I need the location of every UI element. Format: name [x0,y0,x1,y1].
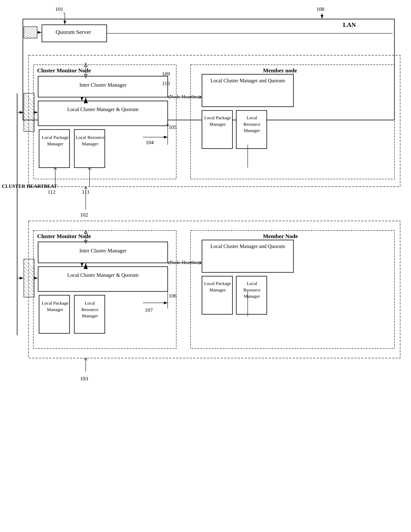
svg-rect-7 [24,27,37,38]
svg-line-45 [24,109,34,119]
svg-line-74 [24,270,34,281]
svg-line-11 [32,27,37,31]
local-resource-manager-2b-label: Local Resource Manager [238,280,266,300]
local-package-manager-2b-label: Local Package Manager [203,280,232,293]
inter-cluster-manager-2-label: Inter Cluster Manager [40,247,166,254]
diagram: 101 ↑ 108 Quorum Server LAN CLUSTER HEAR… [0,0,411,532]
member-node-2-label: Member Node [263,232,298,240]
svg-marker-29 [84,74,87,78]
svg-line-48 [24,120,34,131]
quorum-server-label: Quorum Server [44,28,103,36]
svg-line-43 [24,101,34,111]
local-resource-manager-1a-label: Local Resource Manager [76,134,105,147]
svg-line-46 [24,112,34,123]
svg-line-49 [24,124,31,132]
node-heartbeat-2-label: Node Heartbeat [170,259,201,266]
ref-101: 101 [55,6,63,13]
local-resource-manager-2a-label: Local Resource Manager [76,300,104,319]
svg-marker-64 [84,240,87,243]
local-cluster-manager-quorum-2-label: Local Cluster Manager & Quorum [40,272,166,279]
ref-103: 103 [80,375,88,382]
svg-line-8 [24,27,37,38]
ref-109: 109 [162,70,170,77]
local-cluster-manager-quorum-member-1-label: Local Cluster Manager and Quorum [204,77,292,84]
svg-line-72 [24,263,34,273]
local-resource-manager-1b-label: Local Resource Manager [238,115,266,134]
svg-line-41 [24,93,34,104]
svg-line-78 [24,286,34,296]
svg-line-80 [24,293,28,297]
local-package-manager-1a-label: Local Package Manager [41,134,69,147]
ref-108: 108 [316,6,324,13]
svg-line-15 [24,35,29,38]
svg-line-71 [24,259,34,269]
svg-rect-21 [38,101,168,126]
svg-line-9 [27,27,37,36]
svg-line-13 [24,29,35,38]
node-heartbeat-1-label: Node Heartbeat [170,93,201,100]
svg-rect-70 [24,259,34,297]
svg-line-47 [24,116,34,127]
ref-107: 107 [145,307,153,314]
svg-rect-40 [24,93,34,132]
ref-105: 105 [169,124,177,131]
local-cluster-manager-quorum-member-2-label: Local Cluster Manager and Quorum [204,243,292,250]
svg-line-76 [24,278,34,289]
svg-line-14 [24,32,32,38]
svg-line-12 [35,27,37,28]
svg-rect-56 [38,267,168,291]
local-cluster-manager-quorum-1-label: Local Cluster Manager & Quorum [40,106,166,113]
cluster-monitor-node-2-label: Cluster Monitor Node [37,232,91,240]
svg-line-79 [24,290,31,297]
svg-marker-28 [84,63,87,67]
svg-line-42 [24,97,34,108]
svg-line-10 [29,27,37,33]
local-package-manager-1b-label: Local Package Manager [203,115,232,127]
ref-104: 104 [146,139,154,146]
svg-line-77 [24,282,34,292]
svg-line-44 [24,105,34,115]
lan-label: LAN [343,21,356,29]
member-node-1-label: Member node [263,67,297,74]
ref-102: 102 [80,211,88,218]
ref-111: 111 [82,189,90,195]
svg-line-73 [24,267,34,277]
local-package-manager-2a-label: Local Package Manager [41,300,69,313]
cluster-monitor-node-1-label: Cluster Monitor Node [37,67,91,74]
svg-line-75 [24,274,34,285]
ref-106: 106 [169,292,177,299]
ref-112: 112 [48,189,56,195]
inter-cluster-manager-1-label: Inter Cluster Manager [40,82,166,88]
svg-line-50 [24,128,28,132]
